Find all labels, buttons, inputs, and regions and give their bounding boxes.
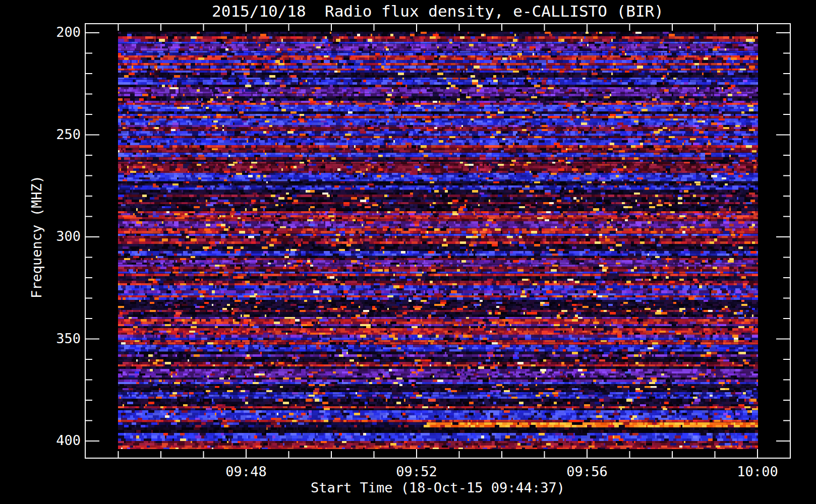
x-tick-label: 10:00 <box>717 464 798 479</box>
spectrogram-page: 2015/10/18 Radio flux density, e-CALLIST… <box>0 0 816 504</box>
spectrogram-image <box>118 32 758 449</box>
x-tick-label: 09:52 <box>376 464 457 479</box>
y-tick-label: 400 <box>0 432 81 448</box>
y-tick-label: 250 <box>0 127 81 142</box>
y-tick-label: 200 <box>0 24 81 40</box>
x-axis-title: Start Time (18-Oct-15 09:44:37) <box>85 480 790 495</box>
x-tick-label: 09:56 <box>547 464 627 479</box>
x-tick-label: 09:48 <box>206 464 286 479</box>
y-tick-label: 350 <box>0 331 81 346</box>
y-axis-title: Frequency (MHZ) <box>29 175 44 298</box>
